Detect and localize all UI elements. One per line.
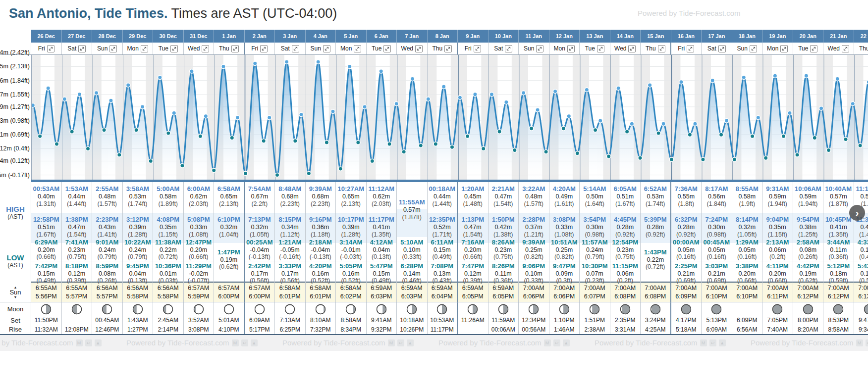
expand-icon[interactable]	[842, 45, 849, 52]
low-tide-time: 4:42PM	[793, 262, 823, 270]
expand-icon[interactable]	[383, 45, 391, 52]
dow-cell[interactable]: Mon	[762, 43, 793, 54]
moon-phase-icon	[559, 304, 570, 315]
dow-cell[interactable]: Thu	[641, 43, 671, 54]
low-tide-cell: 7:41AM0.23m(0.75ft)8:18PM0.12m(0.39ft)	[62, 237, 93, 285]
dow-cell[interactable]: Fri	[671, 43, 702, 54]
high-tide-marker	[126, 83, 130, 87]
tide-entry: 10:22AM0.24m(0.79ft)	[123, 239, 153, 260]
low-pm-half: 4:42PM0.19m(0.62ft)	[793, 261, 823, 285]
expand-icon[interactable]	[141, 45, 148, 52]
tide-entry: 12:47PM0.20m(0.66ft)	[184, 239, 214, 260]
dow-cell[interactable]: Tue	[793, 43, 824, 54]
expand-icon[interactable]	[47, 45, 54, 52]
expand-icon[interactable]	[536, 45, 543, 52]
expand-icon[interactable]	[780, 45, 788, 52]
dow-cell[interactable]: Tue	[153, 43, 184, 54]
expand-icon[interactable]	[718, 45, 726, 52]
date-cell: 18 Jan	[732, 30, 763, 43]
moonset-time: 7:13AM	[275, 316, 306, 325]
dow-cell[interactable]: Thu	[214, 43, 245, 54]
dow-cell[interactable]: Wed	[610, 43, 641, 54]
expand-icon[interactable]	[292, 45, 299, 52]
dow-cell[interactable]: Fri	[245, 43, 275, 54]
low-am-half: 9:01AM0.24m(0.79ft)	[92, 237, 122, 261]
expand-icon[interactable]	[505, 45, 512, 52]
dow-cell[interactable]: Mon	[336, 43, 367, 54]
dow-cell[interactable]: Thu	[428, 43, 458, 54]
low-tide-time: 9:01AM	[92, 239, 122, 246]
dow-cell[interactable]: Sat	[488, 43, 519, 54]
high-tide-marker	[348, 64, 352, 68]
dow-cell[interactable]: Wed	[184, 43, 215, 54]
expand-icon[interactable]	[78, 45, 86, 52]
date-cell: 22 Jan	[854, 30, 868, 43]
low-am-half: 10:22AM0.24m(0.79ft)	[123, 237, 153, 261]
dow-cell[interactable]: Sun	[92, 43, 123, 54]
low-tide-time: 10:30PM	[580, 262, 610, 270]
dow-cell[interactable]: Wed	[823, 43, 854, 54]
dow-cell[interactable]: Fri	[458, 43, 488, 54]
dow-cell[interactable]: Sat	[62, 43, 93, 54]
dow-cell[interactable]: Sun	[732, 43, 763, 54]
low-tide-time: 3:14AM	[336, 239, 366, 246]
dow-cell[interactable]: Thu	[854, 43, 868, 54]
tide-entry: 4:11PM0.20m(0.66ft)	[762, 262, 793, 284]
expand-icon[interactable]	[170, 45, 178, 52]
expand-icon[interactable]	[658, 45, 665, 52]
moonset-time: 8:10AM	[306, 316, 336, 325]
watermark-icon: M	[856, 339, 863, 346]
dow-cell[interactable]: Sat	[275, 43, 306, 54]
high-tide-time: 10:17PM	[336, 216, 366, 224]
expand-icon[interactable]	[354, 45, 361, 52]
dow-cell[interactable]: Tue	[367, 43, 397, 54]
tide-entry: 6:58AM0.65m(2.13ft)	[214, 185, 244, 208]
moon-cell	[306, 302, 336, 316]
tide-entry: 8:18PM0.12m(0.39ft)	[62, 262, 92, 284]
dow-cell[interactable]: Mon	[549, 43, 580, 54]
expand-icon[interactable]	[323, 45, 330, 52]
expand-icon[interactable]	[415, 45, 423, 52]
sunset-time: 5:58PM	[127, 292, 148, 301]
tide-height-ft: (2.03ft)	[184, 200, 214, 208]
dow-label: Thu	[646, 45, 656, 52]
expand-icon[interactable]	[260, 45, 268, 52]
expand-icon[interactable]	[750, 45, 757, 52]
high-tide-time: 7:36AM	[671, 185, 702, 193]
expand-icon[interactable]	[231, 45, 239, 52]
dow-cell[interactable]: Sat	[702, 43, 732, 54]
dow-cell[interactable]: Tue	[580, 43, 610, 54]
expand-icon[interactable]	[202, 45, 209, 52]
tide-height-ft: (1.57ft)	[92, 200, 122, 208]
next-page-button[interactable]: ›	[849, 205, 865, 221]
dow-cell[interactable]: Wed	[397, 43, 428, 54]
moonrise-time: 00:56AM	[519, 325, 549, 334]
tide-height-m: 0.36m	[306, 224, 336, 231]
dow-label: Tue	[159, 45, 168, 52]
expand-icon[interactable]	[810, 45, 817, 52]
moonrise-time: 1:27PM	[123, 325, 154, 334]
dow-cell[interactable]: Sun	[519, 43, 549, 54]
dow-label: Thu	[432, 45, 442, 52]
low-am-half: 12:54PM0.23m(0.75ft)	[610, 237, 641, 261]
low-am-half: 7:41AM0.23m(0.75ft)	[62, 237, 92, 261]
sunset-time: 6:00PM	[218, 292, 239, 301]
dow-cell[interactable]: Mon	[123, 43, 154, 54]
low-tide-cell: 9:01AM0.24m(0.79ft)8:59PM0.08m(0.26ft)	[92, 237, 123, 285]
expand-icon[interactable]	[474, 45, 481, 52]
expand-icon[interactable]	[628, 45, 636, 52]
tide-height-ft: (1.89ft)	[153, 200, 183, 208]
expand-icon[interactable]	[567, 45, 575, 52]
tide-entry: 3:38PM0.20m(0.66ft)	[732, 262, 762, 284]
expand-icon[interactable]	[687, 45, 694, 52]
expand-icon[interactable]	[109, 45, 117, 52]
dow-cell[interactable]: Fri	[31, 43, 62, 54]
low-tide-marker	[70, 130, 74, 134]
tide-height-m: 0.10m	[519, 270, 549, 277]
expand-icon[interactable]	[597, 45, 604, 52]
moonset-time: 4:17PM	[671, 316, 702, 325]
tide-height-ft: (0.62ft)	[214, 263, 244, 270]
low-tide-marker	[795, 153, 799, 157]
dow-cell[interactable]: Sun	[306, 43, 336, 54]
expand-icon[interactable]	[444, 45, 452, 52]
